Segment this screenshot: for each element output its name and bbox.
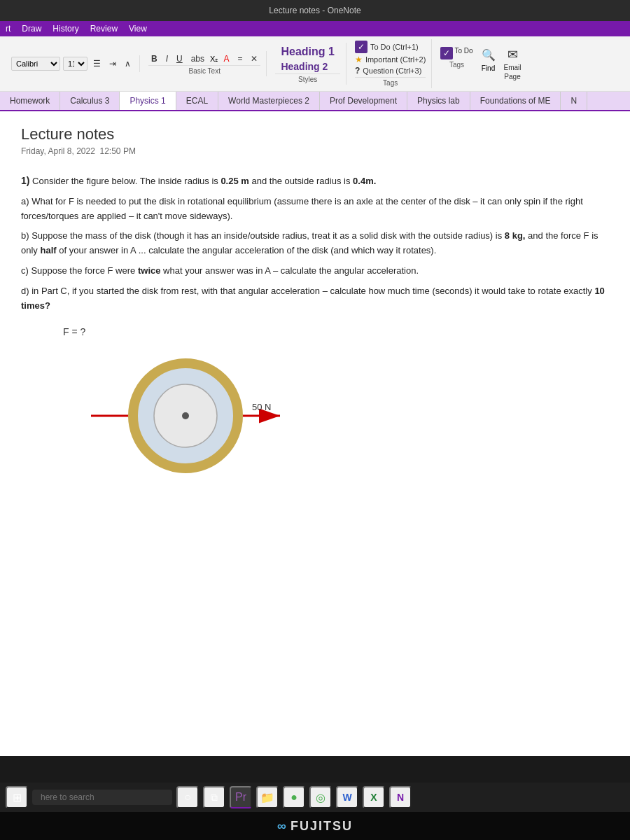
half-label: half xyxy=(40,245,56,255)
styles-label: Styles xyxy=(275,74,340,83)
menu-review[interactable]: Review xyxy=(90,24,118,34)
page-content: Lecture notes Friday, April 8, 2022 12:5… xyxy=(0,111,630,748)
tab-physics1[interactable]: Physics 1 xyxy=(120,92,176,111)
toolbar: Calibri 11 ☰ ⇥ ∧ B I U abs X₂ A = ✕ xyxy=(0,36,630,92)
problem-1: 1) Consider the figure below. The inside… xyxy=(21,173,609,189)
text-color-button[interactable]: A xyxy=(220,52,232,65)
important-tag[interactable]: ★ Important (Ctrl+2) xyxy=(355,55,426,64)
ribbon: rt Draw History Review View xyxy=(0,21,630,36)
taskbar-word[interactable]: W xyxy=(336,786,358,808)
taskbar-search[interactable] xyxy=(32,790,172,805)
part-d: d) in Part C, if you started the disk fr… xyxy=(21,284,609,314)
part-c: c) Suppose the force F were twice what y… xyxy=(21,264,609,279)
force-label: 50 N xyxy=(252,402,271,412)
page-title: Lecture notes xyxy=(21,125,609,144)
tab-prof-development[interactable]: Prof Development xyxy=(320,92,407,110)
todo-checkbox: ✓ xyxy=(355,41,368,53)
subscript-label: X₂ xyxy=(210,55,218,64)
part-a: a) What for F is needed to put the disk … xyxy=(21,195,609,224)
font-size-selector[interactable]: 11 xyxy=(63,57,88,71)
page-date: Friday, April 8, 2022 12:50 PM xyxy=(21,146,609,156)
taskbar-chrome[interactable]: ● xyxy=(283,786,305,808)
title-bar: Lecture notes - OneNote xyxy=(0,0,630,21)
clear-format-button[interactable]: ✕ xyxy=(248,52,260,65)
mass-value: 8 kg, xyxy=(505,230,526,241)
basic-text-section: B I U abs X₂ A = ✕ Basic Text xyxy=(143,51,267,76)
list-btn[interactable]: ☰ xyxy=(90,57,104,70)
todo-find-section: ✓ To Do Tags 🔍 Find ✉ Email Page xyxy=(435,46,526,82)
taskbar-excel[interactable]: X xyxy=(363,786,385,808)
bold-button[interactable]: B xyxy=(148,52,160,65)
todo-tag-btn[interactable]: ✓ xyxy=(440,47,453,59)
onenote-window: rt Draw History Review View Calibri 11 ☰… xyxy=(0,21,630,756)
todo-label: To Do xyxy=(454,47,472,59)
radius1: 0.25 m xyxy=(220,176,248,186)
font-selector[interactable]: Calibri xyxy=(11,57,60,71)
taskbar-onenote[interactable]: N xyxy=(389,786,412,808)
taskbar: ⊞ ○ ⧉ Pr 📁 ● ◎ W X N xyxy=(0,783,630,812)
tab-world-masterpieces[interactable]: World Masterpieces 2 xyxy=(218,92,320,110)
fujitsu-label: FUJITSU xyxy=(290,819,353,834)
question-tag-label: Question (Ctrl+3) xyxy=(363,66,421,75)
important-tag-label: Important (Ctrl+2) xyxy=(365,55,426,64)
email-page-label: Email xyxy=(504,64,522,71)
svg-point-7 xyxy=(182,412,189,419)
question-icon: ? xyxy=(355,66,360,76)
email-button[interactable]: ✉ Email Page xyxy=(504,47,522,80)
taskbar-wifi[interactable]: ◎ xyxy=(309,786,332,808)
menu-draw[interactable]: Draw xyxy=(22,24,41,34)
italic-button[interactable]: I xyxy=(163,52,171,65)
radius2: 0.4m. xyxy=(353,176,376,186)
tab-ecal[interactable]: ECAL xyxy=(176,92,218,110)
title-text: Lecture notes - OneNote xyxy=(269,6,360,15)
menu-history[interactable]: History xyxy=(52,24,78,34)
find-label: Find xyxy=(482,64,495,72)
tab-homework[interactable]: Homework xyxy=(0,92,60,110)
question-tag[interactable]: ? Question (Ctrl+3) xyxy=(355,66,421,76)
content-area: Lecture notes Friday, April 8, 2022 12:5… xyxy=(0,111,630,748)
notebook-tabs: Homework Calculus 3 Physics 1 ECAL World… xyxy=(0,92,630,111)
find-button[interactable]: 🔍 xyxy=(479,47,498,63)
diagram-container: F = ? xyxy=(21,324,609,485)
fujitsu-bar: ∞ FUJITSU xyxy=(0,812,630,840)
twice-label: twice xyxy=(138,265,161,276)
taskbar-file[interactable]: 📁 xyxy=(256,786,279,808)
underline-button[interactable]: U xyxy=(174,52,186,65)
f-label: F = ? xyxy=(63,324,85,340)
menu-bar: rt Draw History Review View xyxy=(0,21,630,36)
todo-tag-label: To Do (Ctrl+1) xyxy=(370,43,419,51)
tab-n[interactable]: N xyxy=(561,92,587,110)
style-btn[interactable]: ∧ xyxy=(122,57,134,70)
star-icon: ★ xyxy=(355,55,363,64)
diagram-wrapper: F = ? xyxy=(63,324,301,485)
tags-label: Tags xyxy=(355,77,426,87)
taskbar-task-view[interactable]: ⧉ xyxy=(203,786,225,808)
align-button[interactable]: = xyxy=(234,52,245,65)
basic-text-label: Basic Text xyxy=(148,65,260,75)
strikethrough-button[interactable]: abs xyxy=(188,52,207,65)
page-sublabel: Page xyxy=(504,73,520,80)
font-section: Calibri 11 ☰ ⇥ ∧ xyxy=(6,55,140,72)
tags-section: ✓ To Do (Ctrl+1) ★ Important (Ctrl+2) ? … xyxy=(349,39,433,88)
problem-number: 1) xyxy=(21,175,29,186)
intro-text: Consider the figure below. The inside ra… xyxy=(32,176,218,186)
lecture-content: 1) Consider the figure below. The inside… xyxy=(21,173,609,486)
heading1-style[interactable]: Heading 1 xyxy=(275,44,340,59)
tab-foundations-me[interactable]: Foundations of ME xyxy=(470,92,561,110)
fujitsu-icon: ∞ xyxy=(277,819,288,834)
start-button[interactable]: ⊞ xyxy=(6,786,28,808)
styles-section: Heading 1 Heading 2 Styles xyxy=(270,43,346,85)
email-icon: ✉ xyxy=(507,47,518,62)
part-b: b) Suppose the mass of the disk (though … xyxy=(21,229,609,258)
todo-tag[interactable]: ✓ To Do (Ctrl+1) xyxy=(355,41,419,53)
tab-calculus3[interactable]: Calculus 3 xyxy=(60,92,120,110)
taskbar-cortana[interactable]: ○ xyxy=(176,786,199,808)
menu-insert[interactable]: rt xyxy=(6,24,10,34)
taskbar-premiere[interactable]: Pr xyxy=(230,786,252,808)
menu-view[interactable]: View xyxy=(129,24,147,34)
diagram-svg: 50 N xyxy=(63,346,301,486)
tag-dropdown-label: Tags xyxy=(449,61,464,69)
tab-physics-lab[interactable]: Physics lab xyxy=(407,92,470,110)
indent-btn[interactable]: ⇥ xyxy=(106,57,119,70)
heading2-style[interactable]: Heading 2 xyxy=(275,59,340,74)
